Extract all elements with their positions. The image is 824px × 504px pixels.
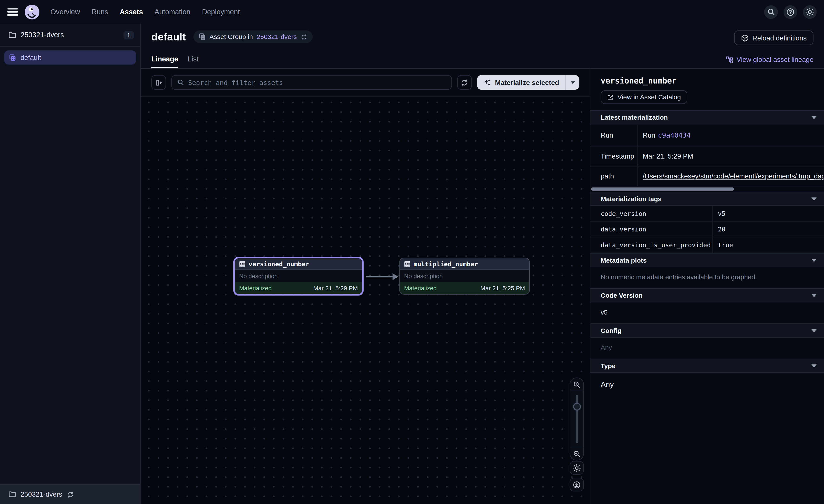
reload-definitions-button[interactable]: Reload definitions — [734, 30, 813, 45]
search-input[interactable] — [188, 79, 446, 86]
zoom-slider-knob[interactable] — [573, 403, 581, 410]
graph-settings-gear-icon[interactable] — [570, 461, 584, 475]
nav-item-deployment[interactable]: Deployment — [202, 8, 240, 16]
asset-group-icon — [198, 33, 206, 40]
tag-key: data_version — [590, 222, 713, 237]
asset-node-versioned-number[interactable]: versioned_number No description Material… — [233, 257, 364, 296]
lineage-graph-icon — [725, 56, 733, 64]
table-row-value: Mar 21, 5:29 PM — [638, 146, 824, 166]
folder-icon — [8, 31, 16, 39]
asset-group-badge-link[interactable]: 250321-dvers — [256, 33, 297, 40]
chevron-down-icon — [811, 258, 817, 262]
nav-item-overview[interactable]: Overview — [50, 8, 80, 16]
panel-horizontal-scrollbar — [590, 186, 824, 192]
asset-node-status: Materialized — [404, 285, 437, 291]
materialize-selected-button[interactable]: Materialize selected — [477, 75, 579, 90]
code-version-value: v5 — [590, 302, 824, 324]
materialize-sparkle-icon — [484, 79, 491, 86]
latest-materialization-table: Run Run c9a40434 Timestamp Mar 21, 5:29 … — [590, 124, 824, 186]
tag-value: true — [713, 237, 824, 253]
sidebar-footer-label: 250321-dvers — [21, 490, 62, 498]
nav-links: Overview Runs Assets Automation Deployme… — [50, 8, 240, 16]
asset-search — [171, 75, 452, 90]
table-row-label: path — [590, 166, 638, 186]
refresh-icon[interactable] — [457, 75, 472, 90]
sidebar: 250321-dvers 1 default 250321-dvers — [0, 24, 141, 504]
zoom-slider[interactable] — [570, 391, 584, 447]
lineage-edge — [366, 272, 399, 281]
config-value: Any — [590, 338, 824, 359]
asset-node-description: No description — [400, 270, 529, 282]
lineage-canvas[interactable]: versioned_number No description Material… — [141, 97, 590, 504]
asset-group-icon — [9, 54, 16, 61]
external-link-icon — [607, 94, 614, 101]
folder-icon — [8, 490, 16, 498]
app-window: Overview Runs Assets Automation Deployme… — [0, 0, 824, 504]
nav-item-runs[interactable]: Runs — [92, 8, 108, 16]
asset-node-name: versioned_number — [248, 260, 309, 268]
dagster-logo[interactable] — [24, 4, 40, 20]
run-id-link[interactable]: c9a40434 — [658, 131, 691, 139]
table-row-label: Timestamp — [590, 146, 638, 166]
sidebar-group-250321-dvers[interactable]: 250321-dvers 1 — [0, 24, 140, 47]
nav-item-automation[interactable]: Automation — [154, 8, 191, 16]
nav-item-assets[interactable]: Assets — [120, 8, 143, 16]
scrollbar-thumb[interactable] — [591, 187, 734, 191]
search-icon[interactable] — [764, 5, 778, 19]
view-global-asset-lineage-link[interactable]: View global asset lineage — [725, 55, 814, 64]
table-row-label: Run — [590, 124, 638, 146]
chevron-down-icon — [811, 364, 817, 367]
chevron-down-icon — [811, 197, 817, 200]
page-title: default — [151, 31, 186, 43]
panel-asset-title: versioned_number — [601, 76, 813, 86]
lineage-toolbar: Materialize selected — [141, 69, 590, 97]
view-tabs: Lineage List — [151, 55, 199, 69]
path-link[interactable]: /Users/smackesey/stm/code/elementl/exper… — [643, 172, 824, 180]
sidebar-item-label: default — [21, 54, 41, 61]
metadata-plots-empty-message: No numeric metadata entries available to… — [590, 267, 824, 288]
toggle-panel-icon[interactable] — [151, 75, 166, 90]
section-metadata-plots[interactable]: Metadata plots — [590, 253, 824, 267]
asset-table-icon — [404, 261, 410, 267]
asset-group-badge-text: Asset Group in — [209, 33, 253, 40]
help-icon[interactable] — [784, 5, 797, 19]
chevron-down-icon — [811, 294, 817, 297]
materialization-tags-table: code_version v5 data_version 20 data_ver… — [590, 206, 824, 253]
asset-node-description: No description — [235, 270, 362, 282]
materialize-dropdown-caret[interactable] — [565, 75, 579, 90]
section-type[interactable]: Type — [590, 359, 824, 373]
settings-gear-icon[interactable] — [803, 5, 817, 19]
asset-node-status: Materialized — [239, 285, 272, 291]
tag-value: 20 — [713, 222, 824, 237]
view-in-asset-catalog-button[interactable]: View in Asset Catalog — [601, 90, 687, 104]
section-code-version[interactable]: Code Version — [590, 288, 824, 302]
chevron-down-icon — [811, 116, 817, 119]
page-header: default Asset Group in 250321-dvers — [141, 24, 824, 69]
section-materialization-tags[interactable]: Materialization tags — [590, 192, 824, 206]
zoom-in-icon[interactable] — [570, 378, 584, 391]
sidebar-footer: 250321-dvers — [0, 484, 140, 504]
tag-value: v5 — [713, 206, 824, 222]
sync-icon[interactable] — [301, 33, 307, 40]
tab-lineage[interactable]: Lineage — [151, 55, 178, 69]
zoom-controls — [570, 377, 584, 461]
section-latest-materialization[interactable]: Latest materialization — [590, 110, 824, 125]
asset-node-multiplied-number[interactable]: multiplied_number No description Materia… — [399, 258, 530, 295]
sidebar-item-default[interactable]: default — [4, 50, 136, 65]
chevron-down-icon — [811, 329, 817, 332]
zoom-out-icon[interactable] — [570, 447, 584, 460]
asset-group-badge: Asset Group in 250321-dvers — [193, 30, 312, 43]
asset-node-timestamp: Mar 21, 5:29 PM — [313, 285, 358, 291]
zoom-slider-track[interactable] — [576, 395, 578, 443]
download-image-icon[interactable] — [570, 478, 584, 491]
asset-details-panel: versioned_number View in Asset Catalog L… — [590, 69, 824, 504]
section-config[interactable]: Config — [590, 324, 824, 338]
table-row-value: /Users/smackesey/stm/code/elementl/exper… — [638, 166, 824, 186]
asset-node-timestamp: Mar 21, 5:25 PM — [481, 285, 525, 291]
reload-cube-icon — [741, 34, 749, 42]
top-nav: Overview Runs Assets Automation Deployme… — [0, 0, 824, 24]
asset-node-name: multiplied_number — [414, 260, 478, 268]
sync-icon[interactable] — [67, 491, 74, 498]
tab-list[interactable]: List — [188, 55, 199, 69]
hamburger-menu-icon[interactable] — [7, 8, 18, 16]
